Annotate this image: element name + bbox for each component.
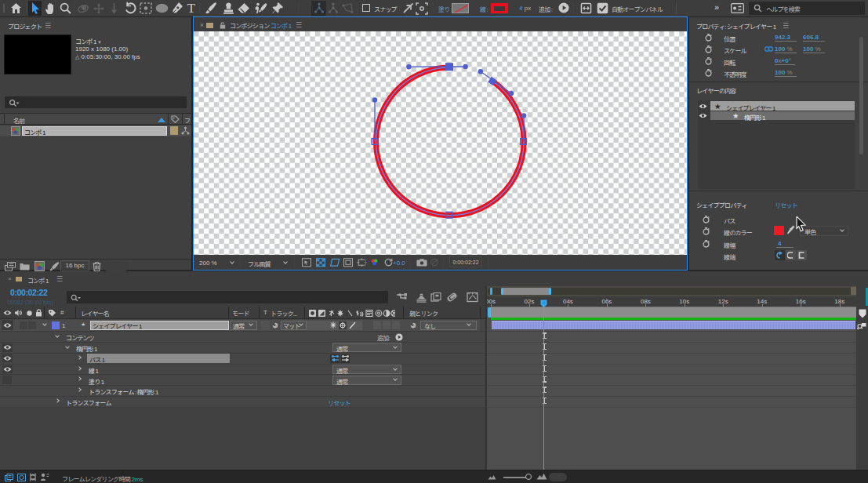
svg-text:T: T (187, 2, 196, 15)
